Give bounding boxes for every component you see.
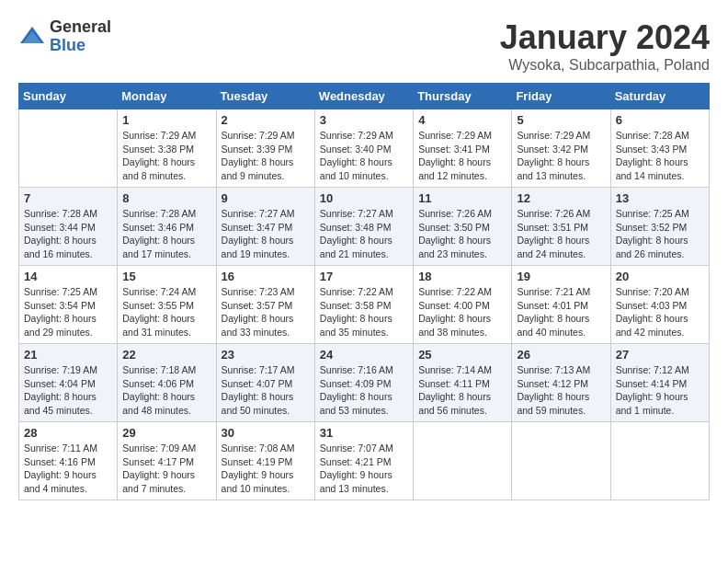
day-number: 21 bbox=[24, 348, 112, 362]
day-number: 26 bbox=[517, 348, 605, 362]
calendar-header-row: SundayMondayTuesdayWednesdayThursdayFrid… bbox=[19, 84, 710, 109]
day-number: 28 bbox=[24, 426, 112, 440]
day-number: 4 bbox=[418, 113, 506, 127]
day-cell: 2Sunrise: 7:29 AM Sunset: 3:39 PM Daylig… bbox=[216, 109, 314, 188]
day-number: 17 bbox=[320, 270, 408, 283]
day-info: Sunrise: 7:19 AM Sunset: 4:04 PM Dayligh… bbox=[24, 363, 112, 418]
day-info: Sunrise: 7:17 AM Sunset: 4:07 PM Dayligh… bbox=[222, 363, 310, 418]
day-cell: 18Sunrise: 7:22 AM Sunset: 4:00 PM Dayli… bbox=[414, 266, 512, 344]
day-cell: 7Sunrise: 7:28 AM Sunset: 3:44 PM Daylig… bbox=[19, 188, 118, 266]
day-cell: 14Sunrise: 7:25 AM Sunset: 3:54 PM Dayli… bbox=[19, 266, 118, 344]
day-number: 14 bbox=[24, 270, 112, 283]
day-info: Sunrise: 7:14 AM Sunset: 4:11 PM Dayligh… bbox=[418, 363, 506, 418]
day-info: Sunrise: 7:24 AM Sunset: 3:55 PM Dayligh… bbox=[122, 285, 210, 339]
title-month: January 2024 bbox=[500, 18, 710, 57]
day-number: 19 bbox=[517, 270, 605, 283]
day-cell: 26Sunrise: 7:13 AM Sunset: 4:12 PM Dayli… bbox=[512, 344, 610, 422]
day-cell: 22Sunrise: 7:18 AM Sunset: 4:06 PM Dayli… bbox=[118, 344, 216, 422]
day-cell: 13Sunrise: 7:25 AM Sunset: 3:52 PM Dayli… bbox=[610, 188, 709, 266]
day-number: 6 bbox=[616, 113, 704, 127]
day-cell: 27Sunrise: 7:12 AM Sunset: 4:14 PM Dayli… bbox=[610, 344, 709, 422]
day-number: 13 bbox=[616, 191, 704, 205]
page-header: General Blue January 2024 Wysoka, Subcar… bbox=[18, 18, 710, 74]
day-cell bbox=[512, 422, 610, 500]
day-cell: 20Sunrise: 7:20 AM Sunset: 4:03 PM Dayli… bbox=[610, 266, 709, 344]
day-cell: 1Sunrise: 7:29 AM Sunset: 3:38 PM Daylig… bbox=[118, 109, 216, 188]
day-cell: 16Sunrise: 7:23 AM Sunset: 3:57 PM Dayli… bbox=[216, 266, 314, 344]
week-row: 28Sunrise: 7:11 AM Sunset: 4:16 PM Dayli… bbox=[19, 422, 710, 500]
day-cell: 24Sunrise: 7:16 AM Sunset: 4:09 PM Dayli… bbox=[314, 344, 413, 422]
day-number: 16 bbox=[222, 270, 310, 283]
day-number: 22 bbox=[122, 348, 210, 362]
day-info: Sunrise: 7:08 AM Sunset: 4:19 PM Dayligh… bbox=[222, 442, 310, 496]
day-info: Sunrise: 7:29 AM Sunset: 3:40 PM Dayligh… bbox=[320, 129, 408, 183]
day-cell: 30Sunrise: 7:08 AM Sunset: 4:19 PM Dayli… bbox=[216, 422, 314, 500]
day-number: 3 bbox=[320, 113, 408, 127]
day-info: Sunrise: 7:11 AM Sunset: 4:16 PM Dayligh… bbox=[24, 442, 112, 496]
logo-general: General bbox=[50, 18, 111, 37]
day-info: Sunrise: 7:22 AM Sunset: 4:00 PM Dayligh… bbox=[418, 285, 506, 339]
day-number: 29 bbox=[122, 426, 210, 440]
weekday-header: Monday bbox=[118, 84, 216, 109]
day-info: Sunrise: 7:28 AM Sunset: 3:44 PM Dayligh… bbox=[24, 207, 112, 261]
day-info: Sunrise: 7:25 AM Sunset: 3:54 PM Dayligh… bbox=[24, 285, 112, 339]
day-cell: 10Sunrise: 7:27 AM Sunset: 3:48 PM Dayli… bbox=[314, 188, 413, 266]
day-number: 24 bbox=[320, 348, 408, 362]
day-info: Sunrise: 7:29 AM Sunset: 3:39 PM Dayligh… bbox=[222, 129, 310, 183]
day-cell bbox=[414, 422, 512, 500]
day-info: Sunrise: 7:18 AM Sunset: 4:06 PM Dayligh… bbox=[122, 363, 210, 418]
day-info: Sunrise: 7:28 AM Sunset: 3:43 PM Dayligh… bbox=[616, 129, 704, 183]
day-number: 5 bbox=[517, 113, 605, 127]
day-cell: 25Sunrise: 7:14 AM Sunset: 4:11 PM Dayli… bbox=[414, 344, 512, 422]
week-row: 7Sunrise: 7:28 AM Sunset: 3:44 PM Daylig… bbox=[19, 188, 710, 266]
calendar-table: SundayMondayTuesdayWednesdayThursdayFrid… bbox=[18, 83, 710, 500]
day-cell: 4Sunrise: 7:29 AM Sunset: 3:41 PM Daylig… bbox=[414, 109, 512, 188]
day-cell: 28Sunrise: 7:11 AM Sunset: 4:16 PM Dayli… bbox=[19, 422, 118, 500]
day-info: Sunrise: 7:29 AM Sunset: 3:42 PM Dayligh… bbox=[517, 129, 605, 183]
day-number: 31 bbox=[320, 426, 408, 440]
day-number: 11 bbox=[418, 191, 506, 205]
day-number: 27 bbox=[616, 348, 704, 362]
day-cell: 12Sunrise: 7:26 AM Sunset: 3:51 PM Dayli… bbox=[512, 188, 610, 266]
weekday-header: Friday bbox=[512, 84, 610, 109]
day-number: 23 bbox=[222, 348, 310, 362]
logo-icon bbox=[18, 23, 46, 51]
day-cell: 11Sunrise: 7:26 AM Sunset: 3:50 PM Dayli… bbox=[414, 188, 512, 266]
weekday-header: Thursday bbox=[414, 84, 512, 109]
week-row: 21Sunrise: 7:19 AM Sunset: 4:04 PM Dayli… bbox=[19, 344, 710, 422]
day-cell: 21Sunrise: 7:19 AM Sunset: 4:04 PM Dayli… bbox=[19, 344, 118, 422]
day-info: Sunrise: 7:23 AM Sunset: 3:57 PM Dayligh… bbox=[222, 285, 310, 339]
day-cell bbox=[19, 109, 118, 188]
title-block: January 2024 Wysoka, Subcarpathia, Polan… bbox=[500, 18, 710, 74]
day-info: Sunrise: 7:27 AM Sunset: 3:48 PM Dayligh… bbox=[320, 207, 408, 261]
day-number: 9 bbox=[222, 191, 310, 205]
day-cell bbox=[610, 422, 709, 500]
day-info: Sunrise: 7:21 AM Sunset: 4:01 PM Dayligh… bbox=[517, 285, 605, 339]
day-number: 18 bbox=[418, 270, 506, 283]
day-info: Sunrise: 7:20 AM Sunset: 4:03 PM Dayligh… bbox=[616, 285, 704, 339]
day-cell: 8Sunrise: 7:28 AM Sunset: 3:46 PM Daylig… bbox=[118, 188, 216, 266]
day-number: 20 bbox=[616, 270, 704, 283]
title-location: Wysoka, Subcarpathia, Poland bbox=[500, 57, 710, 74]
day-info: Sunrise: 7:29 AM Sunset: 3:41 PM Dayligh… bbox=[418, 129, 506, 183]
day-cell: 6Sunrise: 7:28 AM Sunset: 3:43 PM Daylig… bbox=[610, 109, 709, 188]
day-info: Sunrise: 7:28 AM Sunset: 3:46 PM Dayligh… bbox=[122, 207, 210, 261]
day-cell: 31Sunrise: 7:07 AM Sunset: 4:21 PM Dayli… bbox=[314, 422, 413, 500]
day-cell: 17Sunrise: 7:22 AM Sunset: 3:58 PM Dayli… bbox=[314, 266, 413, 344]
weekday-header: Sunday bbox=[19, 84, 118, 109]
week-row: 14Sunrise: 7:25 AM Sunset: 3:54 PM Dayli… bbox=[19, 266, 710, 344]
day-cell: 29Sunrise: 7:09 AM Sunset: 4:17 PM Dayli… bbox=[118, 422, 216, 500]
day-info: Sunrise: 7:12 AM Sunset: 4:14 PM Dayligh… bbox=[616, 363, 704, 418]
logo-blue: Blue bbox=[50, 37, 111, 55]
day-cell: 9Sunrise: 7:27 AM Sunset: 3:47 PM Daylig… bbox=[216, 188, 314, 266]
day-number: 8 bbox=[122, 191, 210, 205]
day-number: 15 bbox=[122, 270, 210, 283]
day-cell: 23Sunrise: 7:17 AM Sunset: 4:07 PM Dayli… bbox=[216, 344, 314, 422]
day-info: Sunrise: 7:16 AM Sunset: 4:09 PM Dayligh… bbox=[320, 363, 408, 418]
day-info: Sunrise: 7:29 AM Sunset: 3:38 PM Dayligh… bbox=[122, 129, 210, 183]
day-cell: 5Sunrise: 7:29 AM Sunset: 3:42 PM Daylig… bbox=[512, 109, 610, 188]
day-number: 25 bbox=[418, 348, 506, 362]
day-number: 30 bbox=[222, 426, 310, 440]
day-cell: 15Sunrise: 7:24 AM Sunset: 3:55 PM Dayli… bbox=[118, 266, 216, 344]
day-info: Sunrise: 7:27 AM Sunset: 3:47 PM Dayligh… bbox=[222, 207, 310, 261]
